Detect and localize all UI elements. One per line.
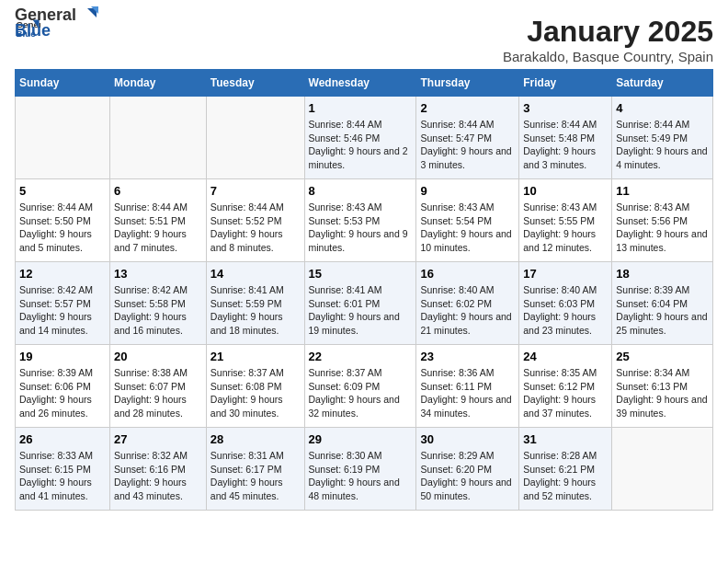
cell-3-5: 24Sunrise: 8:35 AM Sunset: 6:12 PM Dayli… (519, 345, 612, 428)
day-number-23: 23 (420, 350, 515, 363)
logo-container: General Blue (15, 5, 125, 55)
main-title: January 2025 (503, 15, 713, 49)
logo-bird-icon (78, 5, 98, 25)
calendar-body: 1Sunrise: 8:44 AM Sunset: 5:46 PM Daylig… (16, 97, 713, 511)
cell-2-6: 18Sunrise: 8:39 AM Sunset: 6:04 PM Dayli… (612, 262, 713, 345)
day-number-15: 15 (309, 267, 413, 281)
cell-content-6: Sunrise: 8:44 AM Sunset: 5:51 PM Dayligh… (114, 201, 202, 255)
cell-0-0 (16, 97, 110, 179)
week-row-2: 5Sunrise: 8:44 AM Sunset: 5:50 PM Daylig… (16, 179, 713, 262)
day-number-8: 8 (309, 184, 413, 198)
cell-content-30: Sunrise: 8:29 AM Sunset: 6:20 PM Dayligh… (420, 449, 515, 503)
cell-content-22: Sunrise: 8:37 AM Sunset: 6:09 PM Dayligh… (309, 366, 413, 420)
day-number-20: 20 (114, 350, 202, 363)
cell-4-4: 30Sunrise: 8:29 AM Sunset: 6:20 PM Dayli… (416, 428, 519, 511)
week-row-1: 1Sunrise: 8:44 AM Sunset: 5:46 PM Daylig… (16, 97, 713, 179)
day-number-10: 10 (523, 184, 608, 198)
cell-content-23: Sunrise: 8:36 AM Sunset: 6:11 PM Dayligh… (420, 366, 515, 420)
day-number-11: 11 (616, 184, 709, 198)
day-number-12: 12 (19, 267, 106, 281)
cell-content-16: Sunrise: 8:40 AM Sunset: 6:02 PM Dayligh… (420, 283, 515, 338)
cell-content-15: Sunrise: 8:41 AM Sunset: 6:01 PM Dayligh… (309, 283, 413, 338)
subtitle: Barakaldo, Basque Country, Spain (503, 49, 713, 64)
cell-2-1: 13Sunrise: 8:42 AM Sunset: 5:58 PM Dayli… (110, 262, 207, 345)
cell-content-12: Sunrise: 8:42 AM Sunset: 5:57 PM Dayligh… (19, 283, 106, 338)
cell-1-1: 6Sunrise: 8:44 AM Sunset: 5:51 PM Daylig… (110, 179, 207, 262)
day-number-28: 28 (210, 432, 301, 446)
day-number-27: 27 (114, 432, 202, 446)
day-number-25: 25 (616, 350, 709, 363)
cell-content-7: Sunrise: 8:44 AM Sunset: 5:52 PM Dayligh… (210, 201, 301, 255)
cell-content-13: Sunrise: 8:42 AM Sunset: 5:58 PM Dayligh… (114, 283, 202, 338)
day-number-26: 26 (19, 432, 106, 446)
cell-content-17: Sunrise: 8:40 AM Sunset: 6:03 PM Dayligh… (523, 283, 608, 338)
day-number-14: 14 (210, 267, 301, 281)
cell-2-3: 15Sunrise: 8:41 AM Sunset: 6:01 PM Dayli… (304, 262, 416, 345)
cell-2-4: 16Sunrise: 8:40 AM Sunset: 6:02 PM Dayli… (416, 262, 519, 345)
day-number-30: 30 (420, 432, 515, 446)
day-number-22: 22 (309, 350, 413, 363)
cell-3-0: 19Sunrise: 8:39 AM Sunset: 6:06 PM Dayli… (16, 345, 110, 428)
cell-0-1 (110, 97, 207, 179)
cell-1-4: 9Sunrise: 8:43 AM Sunset: 5:54 PM Daylig… (416, 179, 519, 262)
cell-4-6 (612, 428, 713, 511)
cell-1-6: 11Sunrise: 8:43 AM Sunset: 5:56 PM Dayli… (612, 179, 713, 262)
day-number-5: 5 (19, 184, 106, 198)
cell-3-6: 25Sunrise: 8:34 AM Sunset: 6:13 PM Dayli… (612, 345, 713, 428)
cell-1-2: 7Sunrise: 8:44 AM Sunset: 5:52 PM Daylig… (206, 179, 304, 262)
day-number-4: 4 (616, 101, 709, 115)
logo-blue: Blue (15, 21, 51, 40)
cell-content-1: Sunrise: 8:44 AM Sunset: 5:46 PM Dayligh… (309, 118, 413, 172)
title-area: January 2025 Barakaldo, Basque Country, … (503, 15, 713, 64)
cell-content-26: Sunrise: 8:33 AM Sunset: 6:15 PM Dayligh… (19, 449, 106, 503)
cell-4-2: 28Sunrise: 8:31 AM Sunset: 6:17 PM Dayli… (206, 428, 304, 511)
cell-content-25: Sunrise: 8:34 AM Sunset: 6:13 PM Dayligh… (616, 366, 709, 420)
day-number-3: 3 (523, 101, 608, 115)
day-number-21: 21 (210, 350, 301, 363)
header-saturday: Saturday (612, 70, 713, 97)
day-number-6: 6 (114, 184, 202, 198)
cell-4-1: 27Sunrise: 8:32 AM Sunset: 6:16 PM Dayli… (110, 428, 207, 511)
cell-3-1: 20Sunrise: 8:38 AM Sunset: 6:07 PM Dayli… (110, 345, 207, 428)
day-number-18: 18 (616, 267, 709, 281)
day-number-13: 13 (114, 267, 202, 281)
cell-0-2 (206, 97, 304, 179)
cell-content-5: Sunrise: 8:44 AM Sunset: 5:50 PM Dayligh… (19, 201, 106, 255)
calendar-wrapper: Sunday Monday Tuesday Wednesday Thursday… (15, 69, 713, 511)
cell-0-3: 1Sunrise: 8:44 AM Sunset: 5:46 PM Daylig… (304, 97, 416, 179)
week-row-3: 12Sunrise: 8:42 AM Sunset: 5:57 PM Dayli… (16, 262, 713, 345)
cell-content-3: Sunrise: 8:44 AM Sunset: 5:48 PM Dayligh… (523, 118, 608, 172)
header-row: Sunday Monday Tuesday Wednesday Thursday… (16, 70, 713, 97)
day-number-16: 16 (420, 267, 515, 281)
cell-content-31: Sunrise: 8:28 AM Sunset: 6:21 PM Dayligh… (523, 449, 608, 503)
cell-content-2: Sunrise: 8:44 AM Sunset: 5:47 PM Dayligh… (420, 118, 515, 172)
week-row-5: 26Sunrise: 8:33 AM Sunset: 6:15 PM Dayli… (16, 428, 713, 511)
day-number-9: 9 (420, 184, 515, 198)
cell-content-14: Sunrise: 8:41 AM Sunset: 5:59 PM Dayligh… (210, 283, 301, 338)
week-row-4: 19Sunrise: 8:39 AM Sunset: 6:06 PM Dayli… (16, 345, 713, 428)
cell-4-3: 29Sunrise: 8:30 AM Sunset: 6:19 PM Dayli… (304, 428, 416, 511)
cell-4-0: 26Sunrise: 8:33 AM Sunset: 6:15 PM Dayli… (16, 428, 110, 511)
cell-1-3: 8Sunrise: 8:43 AM Sunset: 5:53 PM Daylig… (304, 179, 416, 262)
cell-2-5: 17Sunrise: 8:40 AM Sunset: 6:03 PM Dayli… (519, 262, 612, 345)
cell-3-4: 23Sunrise: 8:36 AM Sunset: 6:11 PM Dayli… (416, 345, 519, 428)
cell-content-27: Sunrise: 8:32 AM Sunset: 6:16 PM Dayligh… (114, 449, 202, 503)
day-number-7: 7 (210, 184, 301, 198)
cell-content-10: Sunrise: 8:43 AM Sunset: 5:55 PM Dayligh… (523, 201, 608, 255)
day-number-1: 1 (309, 101, 413, 115)
cell-content-9: Sunrise: 8:43 AM Sunset: 5:54 PM Dayligh… (420, 201, 515, 255)
day-number-19: 19 (19, 350, 106, 363)
cell-2-0: 12Sunrise: 8:42 AM Sunset: 5:57 PM Dayli… (16, 262, 110, 345)
header-thursday: Thursday (416, 70, 519, 97)
day-number-2: 2 (420, 101, 515, 115)
cell-4-5: 31Sunrise: 8:28 AM Sunset: 6:21 PM Dayli… (519, 428, 612, 511)
cell-content-18: Sunrise: 8:39 AM Sunset: 6:04 PM Dayligh… (616, 283, 709, 338)
cell-3-2: 21Sunrise: 8:37 AM Sunset: 6:08 PM Dayli… (206, 345, 304, 428)
cell-2-2: 14Sunrise: 8:41 AM Sunset: 5:59 PM Dayli… (206, 262, 304, 345)
cell-content-24: Sunrise: 8:35 AM Sunset: 6:12 PM Dayligh… (523, 366, 608, 420)
cell-3-3: 22Sunrise: 8:37 AM Sunset: 6:09 PM Dayli… (304, 345, 416, 428)
cell-content-20: Sunrise: 8:38 AM Sunset: 6:07 PM Dayligh… (114, 366, 202, 420)
cell-content-19: Sunrise: 8:39 AM Sunset: 6:06 PM Dayligh… (19, 366, 106, 420)
header-monday: Monday (110, 70, 207, 97)
calendar-table: Sunday Monday Tuesday Wednesday Thursday… (15, 69, 713, 511)
